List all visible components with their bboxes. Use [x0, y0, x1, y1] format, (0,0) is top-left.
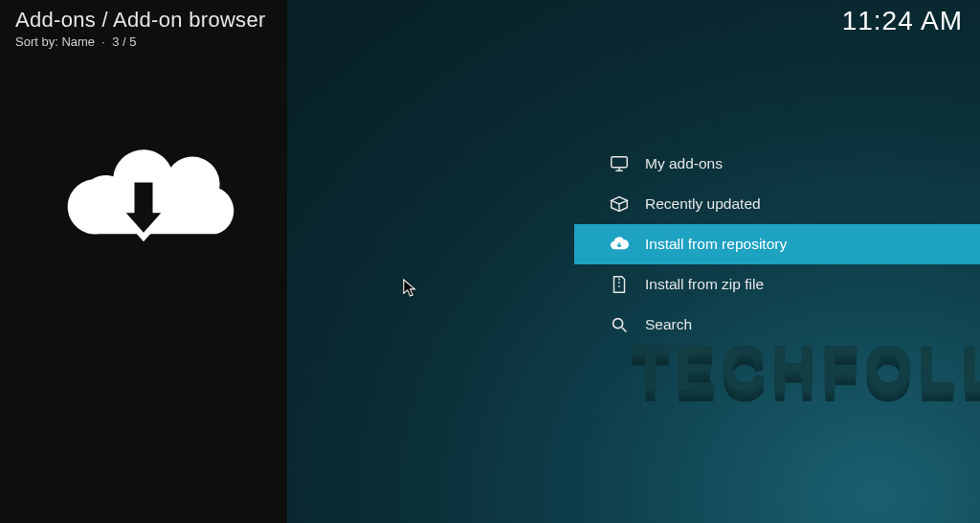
menu-item-label: My add-ons [645, 155, 723, 172]
menu-item-label: Recently updated [645, 195, 761, 213]
svg-rect-3 [612, 157, 628, 168]
mouse-cursor-icon [402, 278, 419, 303]
svg-point-4 [613, 319, 623, 329]
clock: 11:24 AM [842, 6, 963, 36]
menu-item-label: Search [645, 316, 692, 333]
menu-item-my-addons[interactable]: My add-ons [574, 144, 980, 184]
open-box-icon [609, 193, 630, 215]
menu-item-label: Install from repository [645, 236, 787, 253]
monitor-icon [609, 153, 630, 174]
breadcrumb: Add-ons / Add-on browser [15, 8, 965, 33]
menu-item-search[interactable]: Search [574, 305, 980, 345]
search-icon [609, 314, 630, 335]
menu-item-install-from-zip[interactable]: Install from zip file [574, 264, 980, 305]
menu-item-install-from-repository[interactable]: Install from repository [574, 224, 980, 264]
cloud-download-icon [0, 115, 287, 268]
menu-item-label: Install from zip file [645, 276, 764, 293]
list-position: 3 / 5 [112, 34, 136, 49]
zip-file-icon [609, 274, 630, 295]
sort-by-label: Sort by: Name [15, 34, 95, 49]
addon-browser-menu: My add-ons Recently updated Install from… [574, 144, 980, 345]
cloud-download-small-icon [609, 234, 630, 255]
menu-item-recently-updated[interactable]: Recently updated [574, 184, 980, 224]
sort-line: Sort by: Name · 3 / 5 [15, 34, 965, 49]
